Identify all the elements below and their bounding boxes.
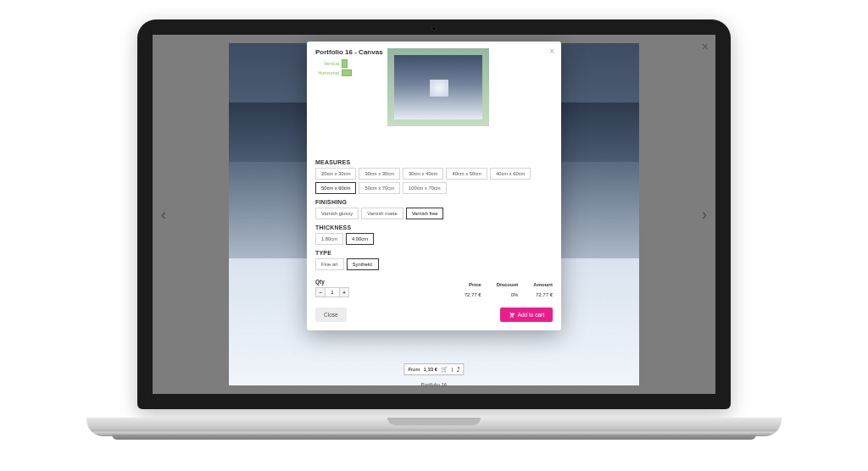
option-button[interactable]: 30cm x 40cm: [403, 168, 443, 180]
price-value: 72,77 €: [465, 292, 481, 297]
laptop-base: [86, 418, 782, 436]
option-button[interactable]: Varnish matte: [361, 208, 403, 219]
amount-value: 72,77 €: [533, 292, 553, 297]
overlay-close-icon[interactable]: ×: [702, 40, 709, 53]
caption-prefix: From: [408, 367, 420, 372]
option-button[interactable]: 20cm x 30cm: [315, 168, 356, 180]
add-to-cart-label: Add to cart: [518, 312, 544, 318]
share-icon[interactable]: ⤴: [457, 367, 460, 373]
option-button[interactable]: 1.80cm: [315, 233, 343, 245]
discount-value: 0%: [497, 292, 519, 297]
prev-arrow-icon[interactable]: ‹: [161, 206, 166, 224]
discount-col: Discount 0%: [497, 282, 519, 297]
options-sections: MEASURES 20cm x 30cm30cm x 30cm30cm x 40…: [315, 159, 553, 270]
qty-decrement[interactable]: −: [315, 287, 326, 297]
preview-image: [394, 55, 482, 119]
type-heading: TYPE: [315, 250, 553, 256]
option-button[interactable]: 40cm x 50cm: [446, 168, 487, 180]
modal-footer: Close Add to cart: [315, 308, 553, 322]
close-button[interactable]: Close: [315, 308, 347, 322]
add-to-cart-button[interactable]: Add to cart: [500, 308, 553, 322]
thickness-heading: THICKNESS: [315, 224, 553, 230]
webcam: [431, 26, 437, 31]
orientation-horizontal-label: Horizontal: [315, 70, 339, 75]
option-button[interactable]: 30cm x 30cm: [359, 168, 399, 180]
preview-waterfall: [430, 80, 449, 97]
portfolio-label: Portfolio 16: [421, 382, 447, 387]
vertical-swatch-icon: [342, 59, 348, 68]
thickness-options: 1.80cm4.00cm: [315, 233, 553, 245]
qty-label: Qty: [315, 279, 349, 285]
orientation-vertical-label: Vertical: [315, 61, 339, 66]
measures-heading: MEASURES: [315, 159, 553, 165]
amount-heading: Amount: [533, 282, 553, 287]
finishing-heading: FINISHING: [315, 199, 553, 205]
cart-icon[interactable]: 🛒: [441, 366, 448, 373]
laptop-notch: [387, 418, 481, 425]
quantity-stepper: − +: [315, 287, 349, 297]
canvas-preview: [387, 48, 489, 126]
caption-price: 1,33 €: [423, 367, 437, 372]
price-row: Qty − + Price 72,77 € Discou: [315, 279, 553, 297]
price-columns: Price 72,77 € Discount 0% Amount 72,77 €: [465, 282, 553, 297]
option-button[interactable]: 50cm x 60cm: [315, 182, 356, 194]
option-button[interactable]: 100cm x 70cm: [403, 182, 447, 194]
caption-divider: |: [452, 367, 453, 372]
option-button[interactable]: Varnish free: [406, 208, 444, 219]
close-icon[interactable]: ×: [549, 47, 554, 56]
price-heading: Price: [465, 282, 481, 287]
product-modal: × Portfolio 16 - Canvas Vertical Horizon…: [307, 42, 561, 330]
option-button[interactable]: 50cm x 70cm: [359, 182, 399, 194]
caption-bar: From 1,33 € 🛒 | ⤴: [403, 363, 464, 375]
screen-bezel: × ‹ › From 1,33 € 🛒 | ⤴ Portfolio 16 × P…: [137, 19, 731, 409]
type-options: Fine artSynthetic: [315, 258, 553, 270]
option-button[interactable]: 40cm x 60cm: [490, 168, 531, 180]
option-button[interactable]: 4.00cm: [346, 233, 374, 245]
laptop-foot: [112, 435, 756, 440]
option-button[interactable]: Synthetic: [347, 258, 379, 270]
cart-icon: [509, 312, 515, 318]
option-button[interactable]: Varnish glossy: [315, 208, 359, 219]
option-button[interactable]: Fine art: [315, 258, 344, 270]
finishing-options: Varnish glossyVarnish matteVarnish free: [315, 208, 553, 219]
laptop-mockup: × ‹ › From 1,33 € 🛒 | ⤴ Portfolio 16 × P…: [86, 19, 782, 452]
qty-wrap: Qty − +: [315, 279, 349, 297]
qty-increment[interactable]: +: [339, 287, 349, 297]
discount-heading: Discount: [497, 282, 519, 287]
amount-col: Amount 72,77 €: [533, 282, 553, 297]
qty-input[interactable]: [326, 287, 339, 297]
screen: × ‹ › From 1,33 € 🛒 | ⤴ Portfolio 16 × P…: [153, 35, 715, 394]
horizontal-swatch-icon: [342, 69, 352, 76]
next-arrow-icon[interactable]: ›: [702, 206, 707, 224]
price-col: Price 72,77 €: [465, 282, 481, 297]
measures-options: 20cm x 30cm30cm x 30cm30cm x 40cm40cm x …: [315, 168, 553, 194]
